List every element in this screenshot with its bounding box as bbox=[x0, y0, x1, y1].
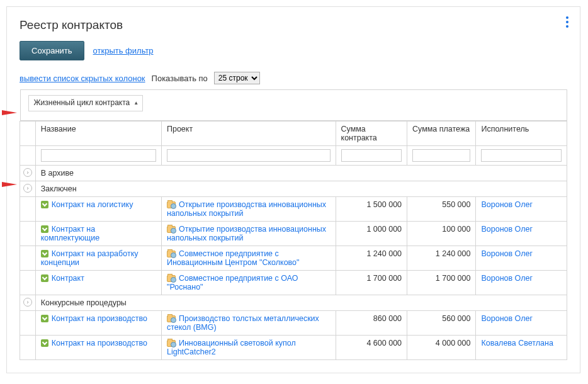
executor-link[interactable]: Воронов Олег bbox=[481, 225, 533, 234]
contract-icon bbox=[41, 339, 48, 347]
contract-sum-cell: 1 500 000 bbox=[336, 196, 407, 221]
group-by-chip[interactable]: Жизненный цикл контракта ▲ bbox=[28, 95, 144, 111]
contract-link[interactable]: Контракт на производство bbox=[52, 339, 147, 347]
filter-name-input[interactable] bbox=[41, 149, 156, 162]
sort-asc-icon: ▲ bbox=[133, 100, 139, 106]
contract-sum-cell: 860 000 bbox=[336, 310, 407, 335]
col-header-name[interactable]: Название bbox=[35, 121, 161, 145]
group-title: Заключен bbox=[35, 181, 567, 196]
project-link[interactable]: Открытие производства инновационных напо… bbox=[167, 225, 326, 242]
executor-link[interactable]: Ковалева Светлана bbox=[481, 339, 553, 347]
group-row[interactable]: ›Заключен bbox=[20, 181, 567, 196]
contract-sum-cell: 1 000 000 bbox=[336, 221, 407, 246]
project-folder-icon bbox=[167, 201, 176, 208]
table-row: Контракт на комплектующиеОткрытие произв… bbox=[20, 221, 567, 246]
contracts-table: Жизненный цикл контракта ▲ Название Прое… bbox=[20, 89, 567, 360]
project-link[interactable]: Совместное предприятие с Иновационным Це… bbox=[167, 249, 300, 267]
group-row[interactable]: ›Конкурсные процедуры bbox=[20, 295, 567, 310]
payment-sum-cell: 1 700 000 bbox=[407, 270, 476, 295]
annotation-arrow-icon bbox=[2, 182, 17, 187]
toolbar: Сохранить открыть фильтр bbox=[20, 41, 567, 60]
project-link[interactable]: Инновационный световой купол LightCatche… bbox=[167, 339, 296, 356]
col-header-project[interactable]: Проект bbox=[161, 121, 336, 145]
filter-project-input[interactable] bbox=[167, 149, 331, 162]
contract-sum-cell: 1 700 000 bbox=[336, 270, 407, 295]
contract-icon bbox=[41, 225, 48, 233]
page-size-select[interactable]: 25 строк bbox=[214, 72, 260, 84]
payment-sum-cell: 550 000 bbox=[407, 196, 476, 221]
contract-link[interactable]: Контракт на логистику bbox=[52, 200, 133, 209]
expand-icon[interactable]: › bbox=[23, 168, 32, 177]
save-button[interactable]: Сохранить bbox=[20, 41, 84, 60]
toolbar-secondary: вывести список скрытых колонок Показыват… bbox=[20, 72, 567, 84]
filter-payment-sum-input[interactable] bbox=[412, 149, 470, 162]
contract-link[interactable]: Контракт на производство bbox=[52, 314, 147, 323]
project-link[interactable]: Совместное предприятие с ОАО "Роснано" bbox=[167, 274, 298, 291]
group-title: В архиве bbox=[35, 165, 567, 181]
show-by-label: Показывать по bbox=[152, 74, 208, 83]
executor-link[interactable]: Воронов Олег bbox=[481, 249, 533, 258]
executor-link[interactable]: Воронов Олег bbox=[481, 274, 533, 283]
contract-link[interactable]: Контракт на комплектующие bbox=[41, 225, 100, 242]
group-row[interactable]: ›В архиве bbox=[20, 165, 567, 181]
project-folder-icon bbox=[167, 340, 176, 347]
project-folder-icon bbox=[167, 251, 176, 257]
page-title: Реестр контрактов bbox=[20, 18, 567, 32]
contracts-registry-panel: Реестр контрактов Сохранить открыть филь… bbox=[6, 6, 580, 373]
contract-link[interactable]: Контракт на разработку концепции bbox=[41, 249, 139, 267]
contract-sum-cell: 4 600 000 bbox=[336, 335, 407, 359]
contract-sum-cell: 1 240 000 bbox=[336, 246, 407, 270]
contract-icon bbox=[41, 250, 48, 257]
project-link[interactable]: Открытие производства инновационных напо… bbox=[167, 200, 326, 218]
table-header-row: Название Проект Сумма контракта Сумма пл… bbox=[20, 121, 567, 145]
contract-icon bbox=[41, 201, 48, 208]
filter-contract-sum-input[interactable] bbox=[341, 149, 402, 162]
project-folder-icon bbox=[167, 226, 176, 233]
filter-row bbox=[20, 145, 567, 165]
filter-executor-input[interactable] bbox=[481, 149, 562, 162]
payment-sum-cell: 4 000 000 bbox=[407, 335, 476, 359]
col-header-executor[interactable]: Исполнитель bbox=[476, 121, 567, 145]
table-row: КонтрактСовместное предприятие с ОАО "Ро… bbox=[20, 270, 567, 295]
table-row: Контракт на разработку концепцииСовместн… bbox=[20, 246, 567, 270]
expand-icon[interactable]: › bbox=[23, 298, 32, 307]
col-header-contract-sum[interactable]: Сумма контракта bbox=[336, 121, 407, 145]
table-row: Контракт на производствоИнновационный св… bbox=[20, 335, 567, 359]
annotation-arrow-icon bbox=[2, 110, 17, 115]
contract-link[interactable]: Контракт bbox=[52, 274, 84, 283]
col-header-payment-sum[interactable]: Сумма платежа bbox=[407, 121, 476, 145]
grouping-area[interactable]: Жизненный цикл контракта ▲ bbox=[20, 90, 567, 121]
show-hidden-columns-link[interactable]: вывести список скрытых колонок bbox=[20, 74, 145, 83]
expand-icon[interactable]: › bbox=[23, 184, 32, 193]
executor-link[interactable]: Воронов Олег bbox=[481, 314, 533, 323]
contract-icon bbox=[41, 315, 48, 322]
payment-sum-cell: 100 000 bbox=[407, 221, 476, 246]
kebab-menu-button[interactable] bbox=[566, 14, 568, 30]
open-filter-link[interactable]: открыть фильтр bbox=[93, 46, 154, 55]
project-folder-icon bbox=[167, 315, 176, 322]
table-row: Контракт на логистикуОткрытие производст… bbox=[20, 196, 567, 221]
group-title: Конкурсные процедуры bbox=[35, 295, 567, 310]
project-link[interactable]: Производство толстых металлических стеко… bbox=[167, 314, 319, 332]
payment-sum-cell: 560 000 bbox=[407, 310, 476, 335]
executor-link[interactable]: Воронов Олег bbox=[481, 200, 533, 209]
table-row: Контракт на производствоПроизводство тол… bbox=[20, 310, 567, 335]
payment-sum-cell: 1 240 000 bbox=[407, 246, 476, 270]
project-folder-icon bbox=[167, 275, 176, 282]
contract-icon bbox=[41, 274, 48, 282]
